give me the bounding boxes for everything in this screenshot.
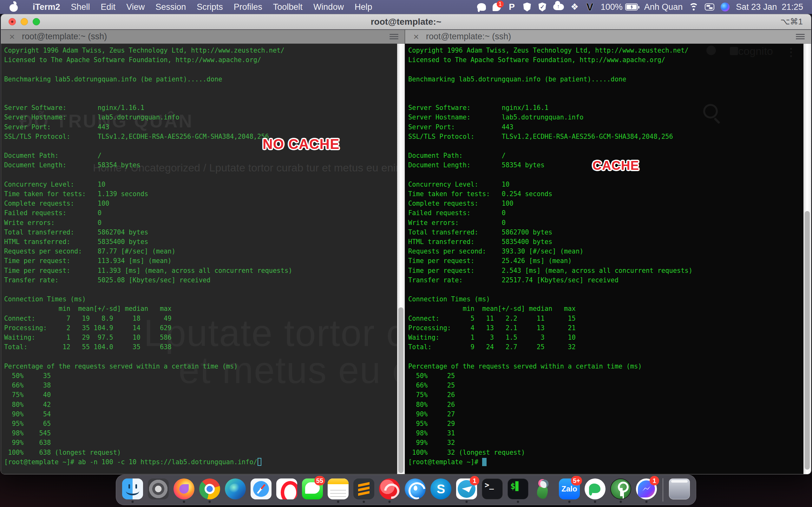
scrollbar-thumb[interactable]: [398, 307, 403, 473]
right-pane-scrollbar[interactable]: [803, 44, 811, 474]
hamburger-menu-icon[interactable]: [796, 34, 805, 39]
window-title: root@template:~: [1, 17, 811, 27]
messenger-menu-icon[interactable]: 1: [490, 0, 503, 14]
v-letter-icon: V: [587, 1, 593, 13]
dock-item-safari[interactable]: [250, 476, 272, 503]
user-menu-label[interactable]: Anh Quan: [642, 0, 685, 14]
shield-menu-icon[interactable]: [521, 0, 534, 14]
wifi-icon: [689, 3, 699, 11]
terminal-cursor-inactive: [258, 458, 261, 466]
control-center-menu-icon[interactable]: [703, 0, 716, 14]
firefox-icon: [173, 478, 194, 499]
cloud-upload-menu-icon[interactable]: [551, 0, 566, 14]
dock-item-notes[interactable]: [327, 476, 350, 503]
running-indicator: [620, 501, 622, 503]
dock-item-zalo[interactable]: 5+: [558, 476, 581, 503]
left-pane-title-bar[interactable]: × root@template:~ (ssh): [1, 30, 405, 44]
prompt-line-left: [root@template ~]# ab -n 100 -c 10 https…: [1, 457, 405, 467]
menu-item-edit[interactable]: Edit: [96, 0, 121, 14]
menu-item-session[interactable]: Session: [150, 0, 191, 14]
evernote-menu-icon[interactable]: [475, 0, 488, 14]
dock-item-authy[interactable]: [378, 476, 401, 503]
menu-item-profiles[interactable]: Profiles: [229, 0, 268, 14]
right-pane-title-bar[interactable]: × root@template:~ (ssh): [405, 30, 811, 44]
menu-item-scripts[interactable]: Scripts: [191, 0, 229, 14]
terminal-screen-left[interactable]: ĐỖ TRUNG QUÂN Home / Uncategorized / Lpu…: [1, 44, 405, 474]
edge-icon: [225, 478, 246, 499]
session-title: root@template:~ (ssh): [22, 32, 107, 42]
zoom-window-button[interactable]: [33, 18, 40, 25]
dock-item-iterm2[interactable]: [507, 476, 529, 503]
left-pane-scrollbar[interactable]: [397, 44, 405, 474]
running-indicator: [594, 501, 596, 503]
dock-item-telegram[interactable]: 1: [455, 476, 478, 503]
menu-item-view[interactable]: View: [121, 0, 150, 14]
p-letter-icon: P: [509, 2, 515, 12]
opera-icon: [276, 478, 297, 499]
finder-icon: [122, 478, 143, 499]
elephant-icon: [477, 3, 486, 11]
dock-item-trash[interactable]: [668, 476, 691, 503]
evernote-icon: [585, 478, 606, 499]
dock-separator: [663, 478, 663, 502]
dock-item-evernote[interactable]: [583, 476, 606, 503]
clock-menu-label[interactable]: Sat 23 Jan 21:25: [734, 0, 805, 14]
scrollbar-thumb[interactable]: [805, 211, 810, 469]
running-indicator: [363, 501, 365, 503]
trash-icon: [669, 478, 690, 499]
notes-icon: [328, 478, 349, 499]
dock-item-blue-utility[interactable]: [404, 476, 426, 503]
wifi-menu-icon[interactable]: [687, 0, 700, 14]
apple-menu-icon[interactable]: [9, 2, 18, 12]
dock-item-messenger[interactable]: 1: [635, 476, 658, 503]
battery-icon: [625, 3, 638, 10]
cache-stamp: CACHE: [593, 158, 639, 173]
menu-item-window[interactable]: Window: [308, 0, 349, 14]
dropbox-menu-icon[interactable]: ❖: [568, 0, 581, 14]
menu-item-help[interactable]: Help: [349, 0, 378, 14]
authy-icon: [379, 478, 400, 499]
shield-check-icon: ✓: [539, 3, 546, 11]
dock-item-skype[interactable]: [429, 476, 452, 503]
dock-item-edge[interactable]: [224, 476, 247, 503]
hamburger-menu-icon[interactable]: [390, 34, 398, 39]
toggles-icon: [705, 3, 714, 10]
dock-item-sublime-text[interactable]: [352, 476, 375, 503]
running-indicator: [517, 501, 519, 503]
running-indicator: [183, 501, 185, 503]
chrome-icon: [199, 478, 220, 499]
charging-bolt-icon: [630, 4, 634, 9]
shield-check-menu-icon[interactable]: ✓: [536, 0, 549, 14]
close-window-button[interactable]: [9, 18, 16, 25]
battery-percent-label: 100%: [601, 2, 623, 12]
menu-item-shell[interactable]: Shell: [66, 0, 96, 14]
iterm2-window: root@template:~ ⌥⌘1 × root@template:~ (s…: [1, 14, 811, 474]
parrot-icon: [533, 478, 554, 499]
running-indicator: [389, 501, 391, 503]
v-app-menu-icon[interactable]: V: [583, 0, 596, 14]
terminal-icon: [482, 478, 503, 499]
dock-item-keepassxc[interactable]: [609, 476, 632, 503]
running-indicator: [568, 501, 571, 503]
dock-item-opera[interactable]: [275, 476, 298, 503]
battery-status[interactable]: 100%: [599, 0, 640, 14]
close-session-icon[interactable]: ×: [411, 32, 421, 42]
running-indicator: [132, 501, 134, 503]
close-session-icon[interactable]: ×: [7, 32, 17, 42]
ab-output-left: Copyright 1996 Adam Twiss, Zeus Technolo…: [1, 44, 405, 457]
menu-item-iterm2[interactable]: iTerm2: [27, 0, 66, 14]
terminal-screen-right[interactable]: Incognito ⋮ Copyright 1996 Adam Twiss, Z…: [405, 44, 811, 474]
dock-item-terminal[interactable]: [481, 476, 504, 503]
menu-item-toolbelt[interactable]: Toolbelt: [268, 0, 308, 14]
siri-menu-icon[interactable]: [719, 0, 731, 14]
dock-item-system-settings[interactable]: [147, 476, 170, 503]
telegram-badge: 1: [470, 476, 479, 486]
minimize-window-button[interactable]: [20, 18, 28, 25]
dock-item-finder[interactable]: [121, 476, 144, 503]
dock-item-firefox[interactable]: [172, 476, 195, 503]
window-title-bar[interactable]: root@template:~ ⌥⌘1: [1, 14, 811, 30]
dock-item-parrot[interactable]: [532, 476, 555, 503]
dock-item-messages[interactable]: 55: [301, 476, 324, 503]
dock-item-chrome[interactable]: [198, 476, 221, 503]
p-app-menu-icon[interactable]: P: [506, 0, 518, 14]
